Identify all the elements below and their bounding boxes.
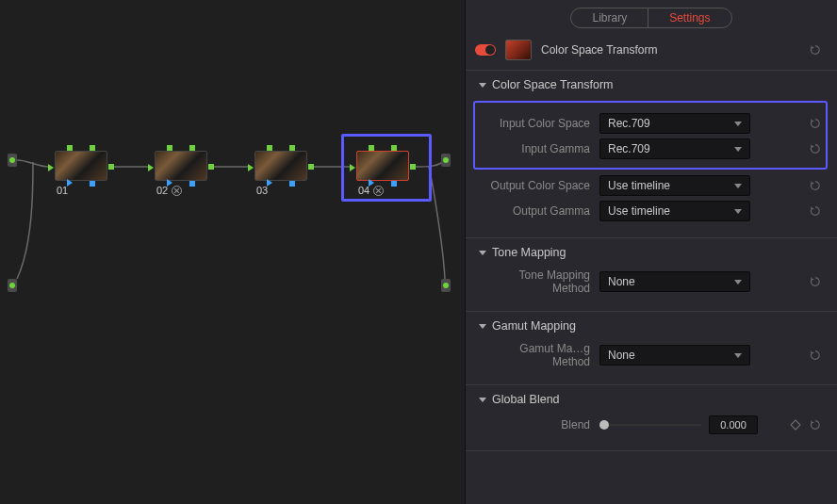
- node-port[interactable]: [189, 145, 195, 151]
- reset-icon[interactable]: [809, 117, 822, 130]
- chevron-down-icon: [734, 353, 742, 358]
- graph-input-port-top[interactable]: [8, 154, 17, 167]
- section-title: Tone Mapping: [492, 246, 566, 259]
- node-output-port[interactable]: [108, 164, 114, 170]
- node-port[interactable]: [289, 145, 295, 151]
- label-input-color-space: Input Color Space: [479, 117, 599, 130]
- node-key-out-port[interactable]: [90, 181, 95, 187]
- fx-indicator-icon: [172, 186, 182, 196]
- input-blend-value[interactable]: 0.000: [709, 415, 758, 434]
- node-03[interactable]: 03: [254, 151, 307, 196]
- slider-blend[interactable]: [599, 424, 701, 426]
- reset-icon[interactable]: [809, 142, 822, 155]
- chevron-down-icon: [479, 83, 486, 88]
- node-key-out-port[interactable]: [391, 181, 397, 187]
- fx-indicator-icon: [373, 186, 384, 196]
- node-input-port[interactable]: [48, 164, 54, 171]
- node-key-in-port[interactable]: [167, 179, 172, 187]
- chevron-down-icon: [734, 209, 742, 214]
- dropdown-input-color-space[interactable]: Rec.709: [599, 113, 750, 134]
- chevron-down-icon: [734, 280, 742, 285]
- plugin-header: Color Space Transform: [466, 34, 837, 70]
- node-thumbnail[interactable]: [155, 151, 207, 181]
- node-thumbnail[interactable]: [254, 151, 307, 181]
- node-port[interactable]: [90, 145, 95, 151]
- node-port[interactable]: [167, 145, 172, 151]
- keyframe-icon[interactable]: [790, 419, 800, 430]
- node-thumbnail[interactable]: [356, 151, 409, 181]
- highlighted-inputs: Input Color Space Rec.709 Input Gamma Re…: [473, 101, 828, 170]
- graph-input-port-bottom[interactable]: [8, 279, 17, 292]
- label-input-gamma: Input Gamma: [479, 142, 599, 155]
- chevron-down-icon: [734, 147, 742, 152]
- plugin-title: Color Space Transform: [541, 43, 799, 57]
- section-header[interactable]: Color Space Transform: [479, 78, 822, 91]
- label-gamut-mapping-method: Gamut Ma…g Method: [479, 342, 599, 368]
- reset-icon[interactable]: [809, 275, 822, 288]
- chevron-down-icon: [479, 251, 486, 255]
- node-key-in-port[interactable]: [369, 179, 374, 187]
- node-port[interactable]: [391, 145, 397, 151]
- node-output-port[interactable]: [308, 164, 314, 170]
- node-port[interactable]: [67, 145, 73, 151]
- node-graph[interactable]: 01 02: [0, 0, 465, 504]
- node-thumbnail[interactable]: [55, 151, 107, 181]
- node-input-port[interactable]: [350, 164, 355, 171]
- inspector-panel: Library Settings Color Space Transform C…: [465, 0, 837, 504]
- section-tone-mapping: Tone Mapping Tone Mapping Method None: [466, 237, 837, 311]
- reset-icon[interactable]: [809, 43, 822, 57]
- section-header[interactable]: Gamut Mapping: [479, 319, 822, 333]
- section-gamut-mapping: Gamut Mapping Gamut Ma…g Method None: [466, 311, 837, 384]
- node-output-port[interactable]: [208, 164, 214, 170]
- node-port[interactable]: [267, 145, 272, 151]
- dropdown-input-gamma[interactable]: Rec.709: [599, 138, 750, 159]
- dropdown-tone-mapping-method[interactable]: None: [599, 271, 750, 292]
- node-key-out-port[interactable]: [289, 181, 295, 187]
- graph-output-port-top[interactable]: [441, 154, 451, 167]
- plugin-enable-toggle[interactable]: [475, 44, 496, 56]
- label-output-color-space: Output Color Space: [479, 179, 599, 192]
- label-tone-mapping-method: Tone Mapping Method: [479, 268, 599, 295]
- node-01[interactable]: 01: [55, 151, 107, 196]
- chevron-down-icon: [479, 324, 486, 329]
- label-output-gamma: Output Gamma: [479, 204, 599, 218]
- tab-library[interactable]: Library: [571, 8, 648, 27]
- node-key-out-port[interactable]: [189, 181, 195, 187]
- node-02[interactable]: 02: [155, 151, 207, 196]
- chevron-down-icon: [734, 122, 742, 126]
- section-title: Global Blend: [492, 393, 560, 406]
- reset-icon[interactable]: [809, 418, 822, 431]
- graph-connections: [0, 0, 465, 504]
- reset-icon[interactable]: [809, 204, 822, 218]
- node-key-in-port[interactable]: [267, 179, 272, 187]
- label-blend: Blend: [479, 418, 599, 431]
- node-04[interactable]: 04: [356, 151, 409, 196]
- section-color-space-transform: Color Space Transform Input Color Space …: [466, 70, 837, 237]
- node-key-in-port[interactable]: [67, 179, 73, 187]
- dropdown-gamut-mapping-method[interactable]: None: [599, 345, 750, 366]
- section-global-blend: Global Blend Blend 0.000: [466, 384, 837, 451]
- node-port[interactable]: [369, 145, 374, 151]
- inspector-tabs: Library Settings: [466, 0, 837, 34]
- reset-icon[interactable]: [809, 349, 822, 362]
- chevron-down-icon: [734, 184, 742, 188]
- plugin-thumbnail: [505, 40, 532, 60]
- section-header[interactable]: Global Blend: [479, 393, 822, 406]
- section-header[interactable]: Tone Mapping: [479, 246, 822, 259]
- graph-output-port-bottom[interactable]: [441, 279, 451, 292]
- node-input-port[interactable]: [248, 164, 254, 171]
- section-title: Color Space Transform: [492, 78, 614, 91]
- section-title: Gamut Mapping: [492, 319, 576, 333]
- dropdown-output-color-space[interactable]: Use timeline: [599, 175, 750, 196]
- tab-settings[interactable]: Settings: [648, 8, 730, 27]
- reset-icon[interactable]: [809, 179, 822, 192]
- node-output-port[interactable]: [410, 164, 416, 170]
- chevron-down-icon: [479, 398, 486, 402]
- node-input-port[interactable]: [148, 164, 154, 171]
- dropdown-output-gamma[interactable]: Use timeline: [599, 201, 750, 221]
